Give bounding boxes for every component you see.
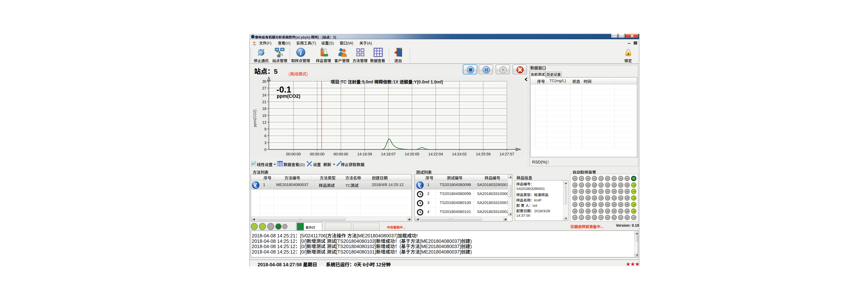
svg-text:ppm(CO2): ppm(CO2) — [277, 93, 301, 99]
svg-text:12: 12 — [262, 120, 267, 125]
svg-text:14:24:02: 14:24:02 — [452, 152, 467, 156]
svg-text:项目:TC 注射量:5.0ml 稀释倍数:1X 进酸量:Y: 项目:TC 注射量:5.0ml 稀释倍数:1X 进酸量:Y(0.0ml 1.0m… — [331, 79, 443, 85]
svg-text:14:27:57: 14:27:57 — [500, 152, 514, 156]
svg-text:14:20:05: 14:20:05 — [405, 152, 420, 156]
svg-text:14:25:59: 14:25:59 — [476, 152, 491, 156]
svg-text:00:00:00: 00:00:00 — [286, 152, 301, 156]
svg-text:9: 9 — [265, 127, 267, 131]
svg-text:-0.1: -0.1 — [276, 85, 291, 94]
svg-text:15: 15 — [262, 113, 267, 117]
svg-text:ppm(CO2): ppm(CO2) — [253, 110, 257, 127]
svg-text:21: 21 — [262, 100, 267, 104]
svg-text:00:00:00: 00:00:00 — [334, 152, 348, 156]
svg-text:30: 30 — [262, 79, 267, 83]
svg-text:00:00:00: 00:00:00 — [310, 152, 324, 156]
svg-text:14:22:04: 14:22:04 — [428, 152, 443, 156]
svg-text:3: 3 — [265, 141, 267, 145]
svg-text:0: 0 — [265, 147, 267, 151]
svg-text:6: 6 — [265, 134, 267, 138]
svg-text:14:16:09: 14:16:09 — [358, 152, 372, 156]
svg-text:24: 24 — [262, 93, 267, 97]
svg-text:27: 27 — [262, 86, 267, 90]
svg-text:18: 18 — [262, 107, 267, 111]
svg-text:14:18:07: 14:18:07 — [381, 152, 396, 156]
svg-text:i: i — [300, 49, 302, 57]
